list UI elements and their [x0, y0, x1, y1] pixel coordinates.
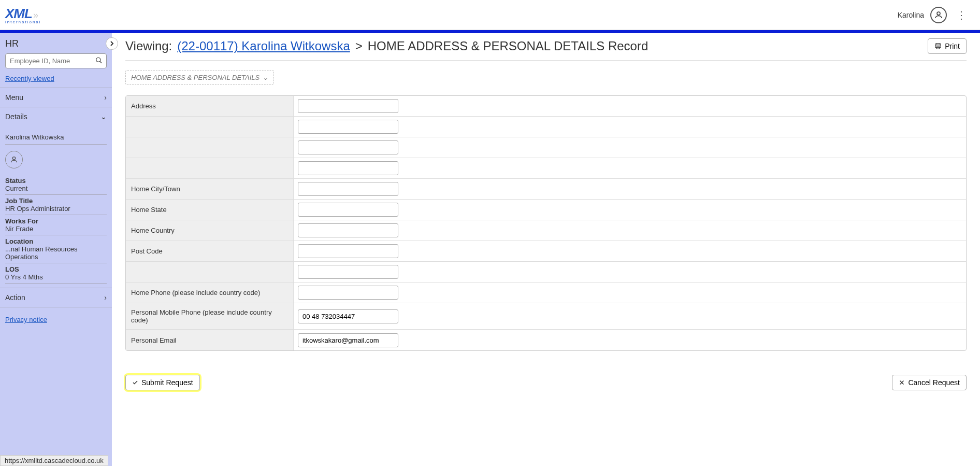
- home-state-input[interactable]: [298, 203, 398, 217]
- close-icon: [899, 379, 905, 386]
- sidebar-menu-section: Menu › Details ⌄: [0, 88, 112, 126]
- field-label: Home Phone (please include country code): [126, 283, 294, 303]
- employee-name: Karolina Witkowska: [5, 130, 107, 145]
- search-icon[interactable]: [95, 57, 103, 65]
- print-button[interactable]: Print: [928, 38, 967, 54]
- detail-status: Status Current: [5, 175, 107, 195]
- field-home-city: Home City/Town: [126, 179, 966, 200]
- print-label: Print: [945, 42, 960, 50]
- action-label: Action: [5, 293, 25, 302]
- address-input-2[interactable]: [298, 120, 398, 134]
- main-content: Viewing: (22-00117) Karolina Witkowska >…: [112, 33, 980, 466]
- detail-value: ...nal Human Resources Operations: [5, 245, 107, 261]
- detail-job-title: Job Title HR Ops Administrator: [5, 195, 107, 215]
- details-label: Details: [5, 112, 27, 121]
- field-address-2: [126, 117, 966, 137]
- chevron-down-icon: ⌄: [263, 74, 268, 81]
- detail-value: HR Ops Administrator: [5, 205, 107, 213]
- sidebar-details-row[interactable]: Details ⌄: [0, 107, 112, 126]
- field-blank: [126, 262, 966, 283]
- field-label: [126, 117, 294, 137]
- sidebar-collapse-button[interactable]: [106, 37, 118, 50]
- chevron-down-icon: ⌄: [100, 112, 107, 121]
- person-icon: [10, 156, 18, 164]
- field-address-3: [126, 137, 966, 158]
- submit-request-button[interactable]: Submit Request: [125, 375, 200, 390]
- address-input-4[interactable]: [298, 161, 398, 175]
- field-mobile-phone: Personal Mobile Phone (please include co…: [126, 303, 966, 330]
- layout: HR Recently viewed Menu › Details ⌄ Karo…: [0, 33, 980, 466]
- detail-los: LOS 0 Yrs 4 Mths: [5, 263, 107, 284]
- breadcrumb: Viewing: (22-00117) Karolina Witkowska >…: [125, 39, 648, 53]
- chevron-right-icon: ›: [104, 93, 107, 102]
- record-title: HOME ADDRESS & PERSONAL DETAILS Record: [368, 39, 648, 53]
- chevron-right-icon: ›: [104, 293, 107, 302]
- logo-arrows-icon: »: [33, 10, 38, 20]
- employee-avatar[interactable]: [5, 151, 23, 168]
- field-post-code: Post Code: [126, 241, 966, 262]
- detail-label: Job Title: [5, 197, 107, 205]
- home-country-input[interactable]: [298, 223, 398, 237]
- detail-works-for: Works For Nir Frade: [5, 215, 107, 235]
- field-label: Home State: [126, 200, 294, 220]
- privacy-notice-link[interactable]: Privacy notice: [0, 307, 112, 332]
- blank-input[interactable]: [298, 265, 398, 279]
- menu-label: Menu: [5, 93, 23, 102]
- detail-value: 0 Yrs 4 Mths: [5, 273, 107, 281]
- field-home-phone: Home Phone (please include country code): [126, 283, 966, 303]
- print-icon: [934, 43, 942, 50]
- post-code-input[interactable]: [298, 244, 398, 258]
- user-avatar[interactable]: [930, 7, 947, 23]
- home-city-input[interactable]: [298, 182, 398, 196]
- address-input[interactable]: [298, 99, 398, 113]
- sidebar-details-body: Karolina Witkowska Status Current Job Ti…: [0, 126, 112, 288]
- logo[interactable]: XML» international: [5, 6, 41, 24]
- chevron-right-icon: [109, 41, 114, 46]
- cancel-label: Cancel Request: [908, 378, 960, 387]
- sidebar-menu-row[interactable]: Menu ›: [0, 88, 112, 107]
- breadcrumb-separator: >: [355, 39, 363, 53]
- sidebar-action-section: Action ›: [0, 288, 112, 307]
- field-label: Home City/Town: [126, 179, 294, 199]
- detail-label: LOS: [5, 265, 107, 273]
- cancel-request-button[interactable]: Cancel Request: [892, 375, 967, 390]
- detail-label: Location: [5, 237, 107, 245]
- form-table: Address Home City/Town Home State: [125, 95, 967, 351]
- field-address-4: [126, 158, 966, 179]
- field-label: [126, 262, 294, 282]
- sidebar-title: HR: [5, 38, 19, 49]
- submit-label: Submit Request: [141, 378, 193, 387]
- detail-value: Nir Frade: [5, 225, 107, 233]
- section-crumb[interactable]: HOME ADDRESS & PERSONAL DETAILS ⌄: [125, 70, 274, 85]
- detail-value: Current: [5, 185, 107, 192]
- record-link[interactable]: (22-00117) Karolina Witkowska: [177, 39, 350, 53]
- field-label: Home Country: [126, 220, 294, 241]
- browser-status-bar: https://xmlltd.cascadecloud.co.uk: [0, 455, 108, 466]
- kebab-menu-icon[interactable]: ⋮: [953, 9, 970, 21]
- section-crumb-label: HOME ADDRESS & PERSONAL DETAILS: [131, 74, 260, 81]
- detail-label: Status: [5, 177, 107, 185]
- sidebar-header: HR: [0, 33, 112, 53]
- field-label: [126, 158, 294, 178]
- topbar: XML» international Karolina ⋮: [0, 0, 980, 30]
- sidebar-action-row[interactable]: Action ›: [0, 288, 112, 307]
- svg-point-0: [937, 12, 940, 15]
- address-input-3[interactable]: [298, 140, 398, 154]
- home-phone-input[interactable]: [298, 286, 398, 300]
- detail-location: Location ...nal Human Resources Operatio…: [5, 235, 107, 263]
- viewing-label: Viewing:: [125, 39, 172, 53]
- search-input[interactable]: [5, 53, 107, 68]
- field-label: Address: [126, 96, 294, 116]
- mobile-phone-input[interactable]: [298, 309, 398, 323]
- view-header: Viewing: (22-00117) Karolina Witkowska >…: [125, 38, 967, 61]
- field-personal-email: Personal Email: [126, 330, 966, 350]
- field-label: Post Code: [126, 241, 294, 261]
- field-label: Personal Email: [126, 330, 294, 350]
- field-label: Personal Mobile Phone (please include co…: [126, 303, 294, 329]
- personal-email-input[interactable]: [298, 333, 398, 347]
- topbar-right: Karolina ⋮: [898, 7, 970, 23]
- recently-viewed-link[interactable]: Recently viewed: [0, 73, 112, 88]
- field-address: Address: [126, 96, 966, 117]
- svg-point-1: [96, 58, 100, 62]
- check-icon: [132, 379, 138, 386]
